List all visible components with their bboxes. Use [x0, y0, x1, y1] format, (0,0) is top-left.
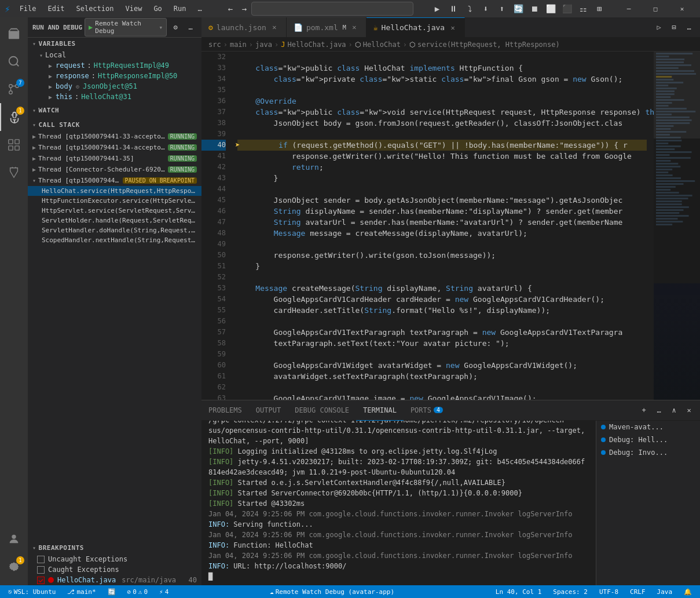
status-language[interactable]: Java [654, 585, 676, 598]
bc-class[interactable]: HelloChat [363, 41, 401, 49]
status-debug-threads[interactable]: ⚡ 4 [156, 585, 172, 598]
debug-action-continue[interactable]: ▶ [430, 2, 444, 16]
bp-caught[interactable]: Caught Exceptions [28, 564, 201, 575]
split-btn[interactable]: ⚏ [576, 2, 590, 16]
panel-tab-output[interactable]: OUTPUT [249, 400, 288, 421]
var-request[interactable]: ▶ request : HttpRequestImpl@49 [28, 60, 201, 71]
menu-file[interactable]: File [15, 3, 41, 14]
status-spaces[interactable]: Spaces: 2 [549, 585, 591, 598]
debug-action-step-over[interactable]: ⤵ [463, 2, 477, 16]
bp-hellochat-checkbox[interactable] [37, 577, 45, 584]
bc-file[interactable]: HelloChat.java [287, 41, 346, 49]
thread-4[interactable]: ▶ Thread [Connector-Scheduler-6920b0bc-1… [28, 164, 201, 175]
activity-account[interactable] [0, 525, 28, 553]
status-encoding[interactable]: UTF-8 [596, 585, 622, 598]
debug-action-stop[interactable]: ⏹ [527, 2, 541, 16]
panel-btn[interactable]: ⬛ [560, 2, 574, 16]
tab-pom-xml[interactable]: 📄 pom.xml M ✕ [287, 17, 367, 37]
status-line-col[interactable]: Ln 40, Col 1 [492, 585, 545, 598]
debug-action-step-into[interactable]: ⬇ [479, 2, 493, 16]
status-git[interactable]: ⎇ main* [64, 585, 99, 598]
customize-btn[interactable]: ⊞ [592, 2, 606, 16]
bc-method[interactable]: service(HttpRequest, HttpResponse) [417, 41, 560, 49]
maximize-btn[interactable]: □ [642, 0, 669, 17]
call-stack-frame-2[interactable]: HttpServlet.service(ServletRequest,Servl… [28, 206, 201, 216]
panel-close-btn[interactable]: ✕ [683, 404, 695, 417]
breakpoints-header[interactable]: ▾ BREAKPOINTS [28, 542, 201, 554]
var-response[interactable]: ▶ response : HttpResponseImpl@50 [28, 71, 201, 81]
call-stack-header[interactable]: ▾ CALL STACK [28, 119, 201, 131]
tab-hellochat-java[interactable]: ☕ HelloChat.java ✕ [367, 17, 465, 37]
menu-selection[interactable]: Selection [71, 3, 118, 14]
local-group[interactable]: ▾ Local [28, 50, 201, 60]
bc-java[interactable]: java [255, 41, 272, 49]
panel-more-btn[interactable]: … [653, 404, 665, 417]
status-notifications[interactable]: 🔔 [680, 585, 695, 598]
activity-settings[interactable]: 1 [0, 553, 28, 581]
panel-collapse-btn[interactable]: ∧ [668, 404, 680, 417]
panel-tab-terminal[interactable]: TERMINAL [356, 400, 404, 421]
tab-pom-close[interactable]: ✕ [350, 23, 359, 32]
panel-tab-ports[interactable]: PORTS 4 [404, 400, 450, 421]
status-wsl[interactable]: ⎋ WSL: Ubuntu [5, 585, 59, 598]
nav-back[interactable]: ← [223, 2, 237, 16]
debug-action-step-out[interactable]: ⬆ [495, 2, 509, 16]
debug-action-pause[interactable]: ⏸ [446, 2, 460, 16]
debug-hell-item[interactable]: Debug: Hell... [596, 433, 700, 446]
status-sync[interactable]: 🔄 [104, 585, 119, 598]
bp-hellchat[interactable]: HelloChat.java src/main/java 40 [28, 575, 201, 585]
layout-btn[interactable]: ⬜ [544, 2, 558, 16]
code-content[interactable]: class="kw">public class HelloChat implem… [230, 52, 654, 400]
thread-2[interactable]: ▶ Thread [qtp1500079441-34-acceptor-1@66… [28, 142, 201, 153]
bp-uncaught[interactable]: Uncaught Exceptions [28, 554, 201, 564]
call-stack-active-frame[interactable]: HelloChat.service(HttpRequest,HttpRespon… [28, 186, 201, 196]
var-body[interactable]: ▶ body ⊙ JsonObject@51 [28, 81, 201, 92]
activity-source-control[interactable]: 7 [0, 75, 28, 103]
panel-tab-problems[interactable]: PROBLEMS [201, 400, 249, 421]
debug-invo-item[interactable]: Debug: Invo... [596, 446, 700, 459]
debug-config-selector[interactable]: ▶ Remote Watch Debug ▾ [85, 18, 167, 37]
debug-action-restart[interactable]: 🔄 [511, 2, 525, 16]
nav-forward[interactable]: → [237, 2, 251, 16]
activity-search[interactable] [0, 48, 28, 75]
thread-3[interactable]: ▶ Thread [qtp1500079441-35] RUNNING [28, 153, 201, 164]
menu-edit[interactable]: Edit [43, 3, 69, 14]
thread-5[interactable]: ▾ Thread [qtp1500079441-37] PAUSED ON BR… [28, 175, 201, 186]
run-no-debug-btn[interactable]: ▷ [653, 21, 665, 34]
bc-main[interactable]: main [230, 41, 247, 49]
bc-src[interactable]: src [208, 41, 221, 49]
editor-more-btn[interactable]: … [683, 21, 695, 34]
call-stack-frame-5[interactable]: ScopedHandler.nextHandle(String,Request,… [28, 235, 201, 245]
thread-1[interactable]: ▶ Thread [qtp1500079441-33-acceptor-0@48… [28, 131, 201, 142]
activity-extensions[interactable] [0, 131, 28, 159]
split-editor-btn[interactable]: ⊟ [668, 21, 680, 34]
bp-uncaught-checkbox[interactable] [37, 556, 45, 563]
maven-item[interactable]: Maven-avat... [596, 421, 700, 433]
call-stack-frame-4[interactable]: ServletHandler.doHandle(String,Request,H… [28, 225, 201, 235]
search-bar[interactable] [251, 2, 413, 16]
panel-add-btn[interactable]: + [637, 404, 650, 417]
tab-launch-close[interactable]: ✕ [270, 23, 279, 32]
terminal-content[interactable]: /grpc-context/1.27.2/grpc-context-1.27.2… [201, 421, 596, 585]
call-stack-frame-3[interactable]: ServletHolder.handle(Request,ServletRequ… [28, 216, 201, 225]
close-btn[interactable]: ✕ [669, 0, 695, 17]
watch-header[interactable]: ▾ WATCH [28, 104, 201, 116]
status-debug-config[interactable]: ☁ Remote Watch Debug (avatar-app) [266, 585, 398, 598]
menu-run[interactable]: Run [169, 3, 191, 14]
minimize-btn[interactable]: ─ [615, 0, 642, 17]
tab-launch-json[interactable]: ⚙ launch.json ✕ [201, 17, 287, 37]
variables-header[interactable]: ▾ VARIABLES [28, 38, 201, 50]
debug-settings-btn[interactable]: ⚙ [169, 21, 182, 34]
tab-hellochat-close[interactable]: ✕ [448, 23, 457, 32]
activity-test[interactable] [0, 159, 28, 187]
var-this[interactable]: ▶ this : HelloChat@31 [28, 92, 201, 102]
activity-explorer[interactable] [0, 20, 28, 48]
debug-more-btn[interactable]: … [184, 21, 197, 34]
call-stack-frame-1[interactable]: HttpFunctionExecutor.service(HttpServlet… [28, 196, 201, 206]
panel-tab-debug-console[interactable]: DEBUG CONSOLE [288, 400, 356, 421]
menu-go[interactable]: Go [149, 3, 166, 14]
status-eol[interactable]: CRLF [626, 585, 649, 598]
menu-more[interactable]: … [193, 3, 207, 14]
bp-caught-checkbox[interactable] [37, 566, 45, 574]
activity-debug[interactable]: 1 [0, 103, 28, 131]
